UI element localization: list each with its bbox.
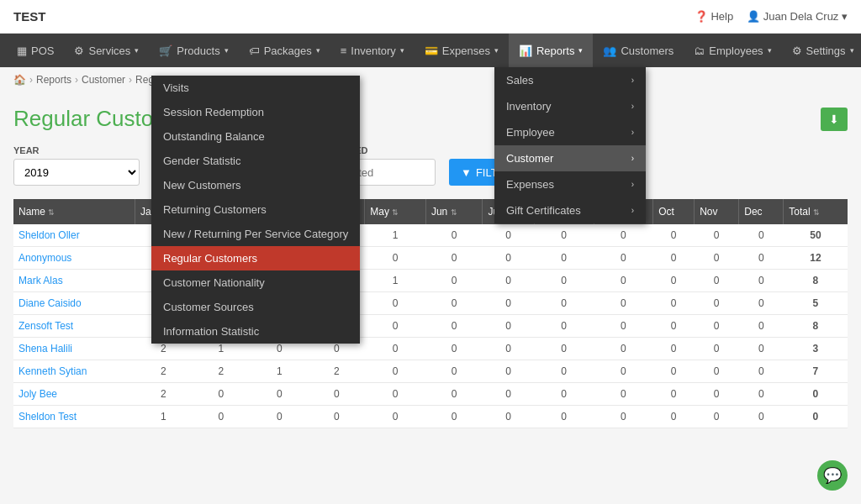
col-total: Total ⇅	[784, 199, 848, 224]
table-row: Sheldon Test1000000000000	[13, 406, 848, 428]
table-row: Sheldon Oller131411111000000050	[13, 224, 848, 247]
reports-icon: 📊	[519, 45, 532, 57]
col-may: May ⇅	[365, 199, 426, 224]
customer-name-link[interactable]: Sheldon Oller	[18, 229, 80, 241]
times-visited-label: TIMES VISITED	[301, 145, 436, 155]
col-jan: Jan ⇅	[135, 199, 192, 224]
sort-feb-icon[interactable]: ⇅	[218, 208, 224, 217]
breadcrumb-reports[interactable]: Reports	[36, 74, 71, 86]
col-feb: Feb ⇅	[192, 199, 251, 224]
year-label: YEAR	[13, 145, 140, 155]
top-bar: TEST ❓ Help 👤 Juan Dela Cruz ▾	[0, 0, 861, 34]
nav-reports[interactable]: 📊 Reports ▾	[509, 34, 594, 67]
breadcrumb: 🏠 › Reports › Customer › Regular Custome…	[0, 67, 861, 92]
table-row: Shena Halili2100000000003	[13, 338, 848, 360]
main-content: Regular Customers ⬇ YEAR 2019 2020 2021 …	[0, 92, 861, 442]
sort-aug-icon[interactable]: ⇅	[561, 208, 568, 217]
year-filter-group: YEAR 2019 2020 2021 2022	[13, 145, 140, 186]
user-caret-icon: ▾	[842, 10, 848, 23]
employees-caret-icon: ▾	[768, 46, 772, 55]
sort-may-icon[interactable]: ⇅	[392, 208, 399, 217]
nav-services[interactable]: ⚙ Services ▾	[64, 34, 149, 67]
col-aug: Aug ⇅	[534, 199, 594, 224]
col-mar: Mar ⇅	[251, 199, 309, 224]
col-oct: Oct	[653, 199, 695, 224]
app-logo: TEST	[13, 9, 45, 24]
nav-products[interactable]: 🛒 Products ▾	[149, 34, 238, 67]
reports-caret-icon: ▾	[578, 46, 583, 55]
customer-name-link[interactable]: Shena Halili	[18, 343, 72, 354]
breadcrumb-current: Regular Customers	[135, 74, 222, 86]
customers-icon: 👥	[603, 45, 616, 57]
packages-icon: 🏷	[249, 45, 260, 57]
nav-employees[interactable]: 🗂 Employees ▾	[684, 34, 781, 67]
sort-mar-icon[interactable]: ⇅	[276, 208, 283, 217]
page-title-row: Regular Customers ⬇	[13, 106, 848, 132]
sort-sep-icon[interactable]: ⇅	[620, 208, 626, 217]
question-icon: ❓	[695, 10, 708, 23]
filter-button[interactable]: ▼ FILTER	[449, 159, 525, 186]
table-row: Kenneth Sytian2212000000007	[13, 360, 848, 383]
table-row: Mark Alas5101100000008	[13, 270, 848, 292]
user-icon: 👤	[747, 10, 760, 23]
nav-settings[interactable]: ⚙ Settings ▾	[782, 34, 861, 67]
table-header-row: Name ⇅ Jan ⇅ Feb ⇅ Mar ⇅ Apr ⇅ May ⇅ Jun…	[13, 199, 848, 224]
times-visited-filter-group: TIMES VISITED	[301, 145, 436, 186]
nav-expenses[interactable]: 💳 Expenses ▾	[415, 34, 509, 67]
col-nov: Nov	[695, 199, 739, 224]
nav-inventory[interactable]: ≡ Inventory ▾	[330, 34, 415, 67]
customer-name-filter-group: CUSTOMER NAME	[153, 145, 288, 186]
products-caret-icon: ▾	[224, 46, 229, 55]
customer-name-link[interactable]: Joly Bee	[18, 388, 57, 400]
customer-name-link[interactable]: Anonymous	[18, 252, 71, 264]
year-select[interactable]: 2019 2020 2021 2022	[13, 159, 140, 186]
inventory-caret-icon: ▾	[400, 46, 404, 55]
sort-name-icon[interactable]: ⇅	[48, 208, 55, 217]
nav-customers[interactable]: 👥 Customers	[593, 34, 684, 67]
settings-caret-icon: ▾	[850, 46, 854, 55]
help-link[interactable]: ❓ Help	[695, 10, 733, 23]
table-row: Diane Caisido5000000000005	[13, 292, 848, 315]
table-row: Joly Bee2000000000000	[13, 383, 848, 406]
page-title: Regular Customers	[13, 106, 202, 132]
customer-name-link[interactable]: Sheldon Test	[18, 411, 77, 423]
sort-total-icon[interactable]: ⇅	[813, 208, 820, 217]
chat-bubble[interactable]: 💬	[817, 460, 848, 491]
top-bar-right: ❓ Help 👤 Juan Dela Cruz ▾	[695, 10, 848, 23]
export-button[interactable]: ⬇	[821, 108, 848, 131]
col-name: Name ⇅	[13, 199, 135, 224]
filter-row: YEAR 2019 2020 2021 2022 CUSTOMER NAME T…	[13, 145, 848, 186]
data-table: Name ⇅ Jan ⇅ Feb ⇅ Mar ⇅ Apr ⇅ May ⇅ Jun…	[13, 199, 848, 428]
services-icon: ⚙	[74, 45, 84, 57]
sort-apr-icon[interactable]: ⇅	[333, 208, 340, 217]
col-jul: Jul ⇅	[483, 199, 534, 224]
packages-caret-icon: ▾	[316, 46, 320, 55]
col-dec: Dec	[739, 199, 784, 224]
customer-name-link[interactable]: Diane Caisido	[18, 297, 82, 309]
customer-name-link[interactable]: Mark Alas	[18, 275, 63, 286]
col-apr: Apr ⇅	[309, 199, 365, 224]
customer-name-input[interactable]	[153, 159, 288, 186]
filter-icon: ▼	[461, 166, 472, 179]
col-jun: Jun ⇅	[425, 199, 483, 224]
sort-jun-icon[interactable]: ⇅	[451, 208, 457, 217]
products-icon: 🛒	[159, 45, 172, 57]
table-row: Zensoft Test3131000000008	[13, 315, 848, 338]
breadcrumb-customer[interactable]: Customer	[82, 74, 125, 86]
settings-icon: ⚙	[792, 45, 802, 57]
sort-jan-icon[interactable]: ⇅	[160, 208, 166, 217]
customer-name-link[interactable]: Kenneth Sytian	[18, 365, 87, 377]
col-sep: Sep ⇅	[594, 199, 653, 224]
customer-name-link[interactable]: Zensoft Test	[18, 320, 73, 332]
nav-pos[interactable]: ▦ POS	[7, 34, 64, 67]
home-icon[interactable]: 🏠	[13, 74, 26, 86]
nav-packages[interactable]: 🏷 Packages ▾	[239, 34, 330, 67]
nav-bar: ▦ POS ⚙ Services ▾ 🛒 Products ▾ 🏷 Packag…	[0, 34, 861, 67]
user-menu[interactable]: 👤 Juan Dela Cruz ▾	[747, 10, 848, 23]
sort-jul-icon[interactable]: ⇅	[504, 208, 510, 217]
table-row: Anonymous84000000000012	[13, 247, 848, 270]
employees-icon: 🗂	[694, 45, 705, 57]
services-caret-icon: ▾	[135, 46, 139, 55]
expenses-icon: 💳	[425, 45, 438, 57]
times-visited-input[interactable]	[301, 159, 436, 186]
